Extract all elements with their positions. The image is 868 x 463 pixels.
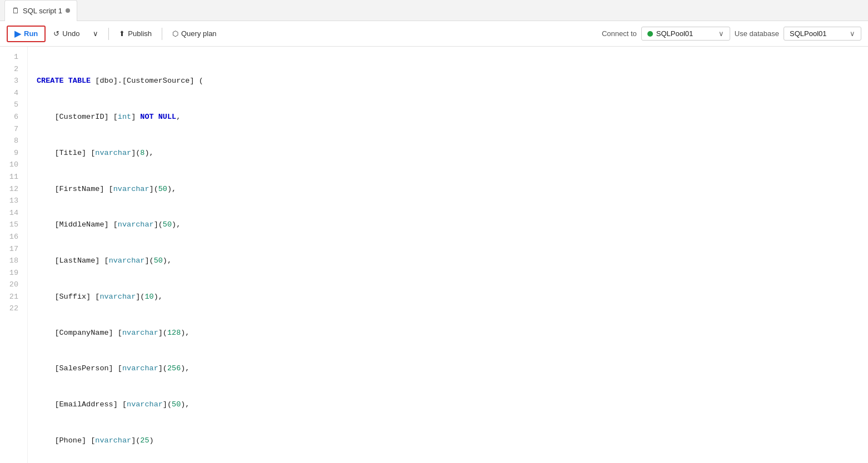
code-line-11: [Phone] [nvarchar](25) — [37, 435, 859, 447]
database-name: SQLPool01 — [790, 29, 827, 38]
code-line-7: [Suffix] [nvarchar](10), — [37, 291, 859, 303]
code-line-1: CREATE TABLE [dbo].[CustomerSource] ( — [37, 75, 859, 87]
line-num-11: 11 — [7, 171, 18, 183]
code-line-4: [FirstName] [nvarchar](50), — [37, 183, 859, 195]
line-num-18: 18 — [7, 255, 18, 267]
line-num-21: 21 — [7, 291, 18, 303]
query-plan-button[interactable]: ⬡ Query plan — [167, 27, 222, 40]
undo-label: Undo — [62, 29, 79, 38]
line-num-9: 9 — [7, 147, 18, 159]
code-line-5: [MiddleName] [nvarchar](50), — [37, 219, 859, 231]
connect-chevron-icon: ∨ — [719, 29, 724, 38]
connection-name: SQLPool01 — [656, 29, 694, 38]
publish-label: Publish — [128, 29, 152, 38]
line-num-7: 7 — [7, 123, 18, 135]
tab-title: SQL script 1 — [23, 7, 62, 15]
line-num-3: 3 — [7, 75, 18, 87]
query-plan-icon: ⬡ — [172, 29, 178, 38]
line-num-22: 22 — [7, 303, 18, 315]
code-editor[interactable]: 1 2 3 4 5 6 7 8 9 10 11 12 13 14 15 16 1… — [0, 47, 868, 463]
run-label: Run — [24, 29, 38, 38]
line-num-6: 6 — [7, 111, 18, 123]
line-num-13: 13 — [7, 195, 18, 207]
code-body[interactable]: CREATE TABLE [dbo].[CustomerSource] ( [C… — [28, 47, 868, 463]
line-num-1: 1 — [7, 51, 18, 63]
line-numbers: 1 2 3 4 5 6 7 8 9 10 11 12 13 14 15 16 1… — [0, 47, 28, 463]
run-icon: ▶ — [14, 29, 21, 39]
toolbar-right: Connect to SQLPool01 ∨ Use database SQLP… — [602, 27, 861, 41]
line-num-17: 17 — [7, 243, 18, 255]
chevron-down-icon: ∨ — [93, 29, 98, 38]
connect-dropdown[interactable]: SQLPool01 ∨ — [641, 27, 730, 41]
code-line-3: [Title] [nvarchar](8), — [37, 147, 859, 159]
line-num-16: 16 — [7, 231, 18, 243]
run-button[interactable]: ▶ Run — [7, 26, 46, 42]
code-line-8: [CompanyName] [nvarchar](128), — [37, 327, 859, 339]
line-num-5: 5 — [7, 99, 18, 111]
unsaved-dot — [66, 8, 70, 13]
use-database-label: Use database — [735, 29, 779, 38]
line-num-10: 10 — [7, 159, 18, 171]
toolbar-divider-2 — [162, 28, 162, 40]
code-line-10: [EmailAddress] [nvarchar](50), — [37, 399, 859, 411]
publish-icon: ⬆ — [119, 29, 125, 38]
toolbar: ▶ Run ↺ Undo ∨ ⬆ Publish ⬡ Query plan Co… — [0, 21, 868, 47]
database-dropdown[interactable]: SQLPool01 ∨ — [784, 27, 861, 41]
sql-script-icon: 🗒 — [12, 6, 19, 15]
query-plan-label: Query plan — [181, 29, 217, 38]
line-num-8: 8 — [7, 135, 18, 147]
code-line-6: [LastName] [nvarchar](50), — [37, 255, 859, 267]
publish-button[interactable]: ⬆ Publish — [113, 27, 157, 40]
tab-bar: 🗒 SQL script 1 — [0, 0, 868, 21]
undo-dropdown-button[interactable]: ∨ — [87, 27, 104, 40]
undo-icon: ↺ — [53, 29, 59, 38]
code-line-9: [SalesPerson] [nvarchar](256), — [37, 363, 859, 375]
connection-status-dot — [647, 31, 653, 37]
line-num-14: 14 — [7, 207, 18, 219]
line-num-12: 12 — [7, 183, 18, 195]
line-num-19: 19 — [7, 267, 18, 279]
db-chevron-icon: ∨ — [850, 29, 855, 38]
sql-script-tab[interactable]: 🗒 SQL script 1 — [4, 0, 77, 21]
line-num-2: 2 — [7, 63, 18, 76]
code-line-2: [CustomerID] [int] NOT NULL, — [37, 111, 859, 123]
line-num-4: 4 — [7, 87, 18, 99]
undo-button[interactable]: ↺ Undo — [48, 27, 85, 40]
connect-to-label: Connect to — [602, 29, 637, 38]
toolbar-divider-1 — [108, 28, 109, 40]
line-num-20: 20 — [7, 279, 18, 291]
line-num-15: 15 — [7, 219, 18, 231]
